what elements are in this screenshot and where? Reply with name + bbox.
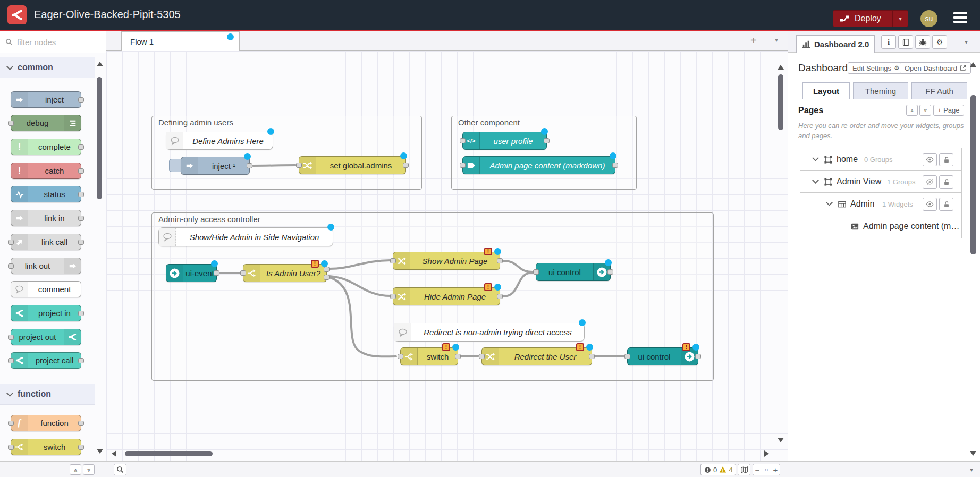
port[interactable] [78, 192, 84, 197]
move-up-button[interactable]: ⩓ [906, 105, 918, 116]
tab-flow-1[interactable]: Flow 1 [121, 31, 240, 51]
tab-dashboard-2[interactable]: Dashboard 2.0 [796, 35, 875, 53]
group-defining-admin-users[interactable]: Defining admin users [151, 116, 422, 190]
comment-node-redirect[interactable]: Redirect is non-admin trying direct acce… [394, 323, 585, 342]
node-ui-control-top[interactable]: ui control [536, 263, 611, 281]
visibility-button[interactable] [923, 198, 937, 211]
chevron-down-icon[interactable] [812, 177, 819, 184]
help-tab-button[interactable] [898, 35, 913, 49]
output-port[interactable] [247, 163, 252, 168]
input-port[interactable] [390, 294, 396, 299]
palette-node-link-out[interactable]: link out [11, 258, 81, 274]
comment-node-show-hide-admin[interactable]: Show/Hide Admin in Side Navigation [158, 227, 333, 246]
sidebar-scroll-up[interactable] [970, 62, 976, 67]
add-flow-button[interactable]: + [750, 35, 757, 47]
open-dashboard-button[interactable]: Open Dashboard [900, 62, 971, 74]
output-port-1[interactable] [324, 267, 330, 272]
zoom-reset-button[interactable]: ○ [762, 464, 771, 475]
palette-node-switch[interactable]: switch [11, 439, 81, 455]
tab-list-caret[interactable]: ▾ [775, 36, 778, 44]
sidebar-scrollbar-thumb[interactable] [970, 95, 976, 254]
edit-settings-button[interactable]: Edit Settings ⚙ [848, 62, 905, 74]
tree-row-admin-view[interactable]: Admin View 1 Groups [800, 170, 962, 194]
palette-scroll-down[interactable] [97, 449, 103, 454]
comment-node-define-admins[interactable]: Define Admins Here [166, 132, 273, 150]
sidebar-tabs-caret[interactable]: ▾ [965, 38, 968, 46]
node-ui-event[interactable]: ui-event [166, 264, 217, 282]
sidebar-footer-caret[interactable]: ▾ [970, 466, 973, 473]
chevron-down-icon[interactable] [826, 199, 833, 206]
chevron-down-icon[interactable] [812, 155, 819, 161]
user-avatar[interactable]: su [920, 10, 937, 27]
port[interactable] [8, 421, 14, 426]
output-port[interactable] [589, 354, 595, 359]
input-port[interactable] [390, 258, 396, 263]
port[interactable] [78, 144, 84, 150]
main-menu-button[interactable] [951, 8, 969, 27]
lock-button[interactable] [939, 175, 953, 189]
node-ui-control-bottom[interactable]: ui control ! [627, 347, 698, 365]
node-inject[interactable]: inject ¹ [181, 157, 250, 175]
vscroll-down-arrow[interactable] [778, 438, 784, 442]
node-set-global-admins[interactable]: set global.admins [299, 156, 406, 174]
input-port[interactable] [296, 163, 302, 168]
input-port[interactable] [624, 354, 630, 359]
port[interactable] [78, 97, 84, 103]
output-port[interactable] [695, 354, 701, 359]
output-port[interactable] [607, 269, 613, 275]
sidebar-scroll-down[interactable] [970, 451, 976, 456]
tab-theming[interactable]: Theming [853, 82, 908, 99]
node-show-admin-page[interactable]: Show Admin Page ! [393, 252, 500, 270]
port[interactable] [78, 358, 84, 363]
output-port[interactable] [612, 163, 618, 168]
node-switch[interactable]: switch ! [400, 347, 458, 365]
tree-row-home[interactable]: home 0 Groups [800, 148, 962, 172]
palette-node-catch[interactable]: ! catch [11, 163, 81, 179]
search-flows-button[interactable] [114, 464, 126, 475]
info-tab-button[interactable]: i [881, 35, 896, 49]
port[interactable] [8, 445, 14, 450]
tree-row-admin-widget[interactable]: Admin page content (m… [800, 215, 962, 238]
node-admin-page-content[interactable]: Admin page content (markdown) [462, 156, 615, 174]
node-redirect-the-user[interactable]: Redirect the User ! [481, 347, 592, 365]
palette-scroll-up[interactable] [97, 62, 103, 66]
port[interactable] [8, 121, 14, 126]
output-port[interactable] [544, 138, 550, 143]
palette-category-function[interactable]: function [0, 384, 95, 405]
palette-search[interactable]: filter nodes [0, 31, 106, 53]
palette-node-comment[interactable]: comment [11, 281, 81, 297]
input-port[interactable] [479, 354, 485, 359]
config-tab-button[interactable]: ⚙ [932, 35, 947, 49]
palette-expand-all-button[interactable]: ⩔ [83, 464, 95, 475]
palette-node-project-call[interactable]: project call [11, 352, 81, 369]
port[interactable] [78, 216, 84, 221]
vscroll-up-arrow[interactable] [778, 65, 784, 70]
palette-node-link-call[interactable]: link call [11, 234, 81, 250]
input-port[interactable] [398, 354, 403, 359]
vscroll-thumb[interactable] [778, 74, 783, 130]
port[interactable] [8, 358, 14, 363]
notifications-counter[interactable]: 0 4 [700, 464, 736, 475]
input-port[interactable] [460, 163, 466, 168]
lock-button[interactable] [939, 198, 953, 211]
palette-node-debug[interactable]: debug [11, 115, 81, 131]
visibility-button[interactable] [923, 153, 937, 166]
port[interactable] [78, 421, 84, 426]
palette-collapse-all-button[interactable]: ⩓ [70, 464, 81, 475]
input-port[interactable] [533, 269, 539, 275]
tab-ff-auth[interactable]: FF Auth [911, 82, 967, 99]
palette-node-inject[interactable]: inject [11, 91, 81, 108]
palette-node-link-in[interactable]: link in [11, 210, 81, 226]
flow-canvas[interactable]: Defining admin users Other component Adm… [106, 51, 788, 461]
palette-node-complete[interactable]: ! complete [11, 139, 81, 155]
lock-button[interactable] [939, 153, 953, 166]
output-port[interactable] [403, 163, 409, 168]
add-page-button[interactable]: + Page [933, 105, 964, 116]
palette-node-function[interactable]: ƒ function [11, 415, 81, 431]
port[interactable] [78, 445, 84, 450]
node-user-profile[interactable]: </> user profile [462, 132, 547, 150]
minimap-button[interactable] [738, 464, 750, 475]
node-is-admin-user[interactable]: Is Admin User? ! [243, 264, 327, 282]
debug-tab-button[interactable] [915, 35, 930, 49]
output-port[interactable] [497, 294, 503, 299]
